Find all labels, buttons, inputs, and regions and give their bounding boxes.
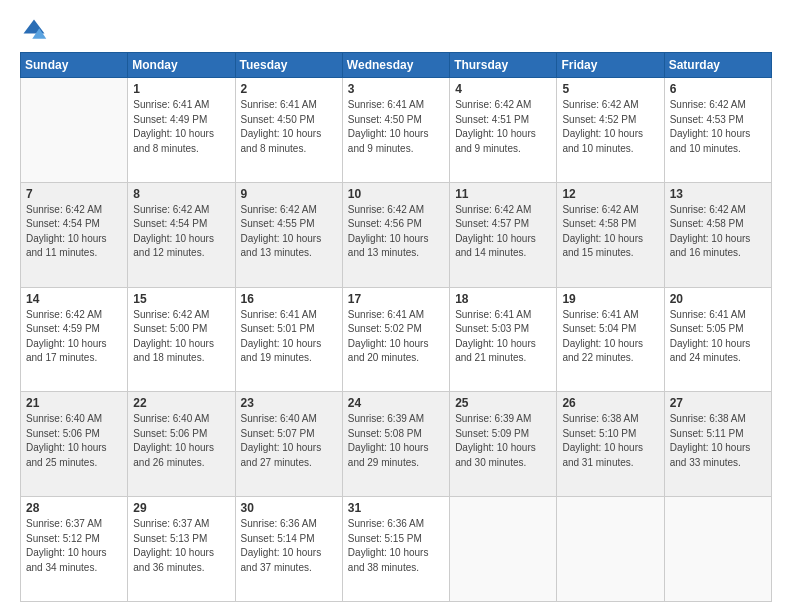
calendar-cell: 3Sunrise: 6:41 AMSunset: 4:50 PMDaylight…: [342, 78, 449, 183]
calendar-cell: 7Sunrise: 6:42 AMSunset: 4:54 PMDaylight…: [21, 182, 128, 287]
day-info: Sunrise: 6:41 AMSunset: 4:50 PMDaylight:…: [241, 98, 337, 156]
day-info: Sunrise: 6:40 AMSunset: 5:07 PMDaylight:…: [241, 412, 337, 470]
day-info: Sunrise: 6:41 AMSunset: 4:50 PMDaylight:…: [348, 98, 444, 156]
day-number: 13: [670, 187, 766, 201]
day-info: Sunrise: 6:37 AMSunset: 5:12 PMDaylight:…: [26, 517, 122, 575]
day-number: 9: [241, 187, 337, 201]
calendar-cell: 13Sunrise: 6:42 AMSunset: 4:58 PMDayligh…: [664, 182, 771, 287]
calendar-cell: 5Sunrise: 6:42 AMSunset: 4:52 PMDaylight…: [557, 78, 664, 183]
calendar-cell: 8Sunrise: 6:42 AMSunset: 4:54 PMDaylight…: [128, 182, 235, 287]
weekday-header-tuesday: Tuesday: [235, 53, 342, 78]
day-number: 5: [562, 82, 658, 96]
day-number: 17: [348, 292, 444, 306]
day-number: 29: [133, 501, 229, 515]
day-info: Sunrise: 6:38 AMSunset: 5:10 PMDaylight:…: [562, 412, 658, 470]
calendar-cell: 23Sunrise: 6:40 AMSunset: 5:07 PMDayligh…: [235, 392, 342, 497]
day-info: Sunrise: 6:36 AMSunset: 5:14 PMDaylight:…: [241, 517, 337, 575]
day-info: Sunrise: 6:42 AMSunset: 5:00 PMDaylight:…: [133, 308, 229, 366]
weekday-header-monday: Monday: [128, 53, 235, 78]
calendar-cell: 16Sunrise: 6:41 AMSunset: 5:01 PMDayligh…: [235, 287, 342, 392]
calendar-cell: 14Sunrise: 6:42 AMSunset: 4:59 PMDayligh…: [21, 287, 128, 392]
day-info: Sunrise: 6:42 AMSunset: 4:51 PMDaylight:…: [455, 98, 551, 156]
calendar-cell: 12Sunrise: 6:42 AMSunset: 4:58 PMDayligh…: [557, 182, 664, 287]
day-number: 3: [348, 82, 444, 96]
day-info: Sunrise: 6:42 AMSunset: 4:54 PMDaylight:…: [133, 203, 229, 261]
day-number: 6: [670, 82, 766, 96]
day-number: 14: [26, 292, 122, 306]
day-info: Sunrise: 6:36 AMSunset: 5:15 PMDaylight:…: [348, 517, 444, 575]
day-number: 11: [455, 187, 551, 201]
day-info: Sunrise: 6:41 AMSunset: 5:04 PMDaylight:…: [562, 308, 658, 366]
calendar-cell: [557, 497, 664, 602]
calendar-cell: 2Sunrise: 6:41 AMSunset: 4:50 PMDaylight…: [235, 78, 342, 183]
week-row-5: 28Sunrise: 6:37 AMSunset: 5:12 PMDayligh…: [21, 497, 772, 602]
day-number: 2: [241, 82, 337, 96]
day-info: Sunrise: 6:42 AMSunset: 4:59 PMDaylight:…: [26, 308, 122, 366]
day-info: Sunrise: 6:42 AMSunset: 4:57 PMDaylight:…: [455, 203, 551, 261]
day-number: 12: [562, 187, 658, 201]
day-info: Sunrise: 6:42 AMSunset: 4:53 PMDaylight:…: [670, 98, 766, 156]
day-number: 4: [455, 82, 551, 96]
day-info: Sunrise: 6:37 AMSunset: 5:13 PMDaylight:…: [133, 517, 229, 575]
day-info: Sunrise: 6:42 AMSunset: 4:56 PMDaylight:…: [348, 203, 444, 261]
calendar-cell: 27Sunrise: 6:38 AMSunset: 5:11 PMDayligh…: [664, 392, 771, 497]
calendar-cell: 25Sunrise: 6:39 AMSunset: 5:09 PMDayligh…: [450, 392, 557, 497]
day-info: Sunrise: 6:42 AMSunset: 4:55 PMDaylight:…: [241, 203, 337, 261]
calendar-cell: 1Sunrise: 6:41 AMSunset: 4:49 PMDaylight…: [128, 78, 235, 183]
day-info: Sunrise: 6:41 AMSunset: 5:03 PMDaylight:…: [455, 308, 551, 366]
day-number: 1: [133, 82, 229, 96]
day-info: Sunrise: 6:40 AMSunset: 5:06 PMDaylight:…: [133, 412, 229, 470]
week-row-2: 7Sunrise: 6:42 AMSunset: 4:54 PMDaylight…: [21, 182, 772, 287]
day-info: Sunrise: 6:41 AMSunset: 4:49 PMDaylight:…: [133, 98, 229, 156]
day-number: 28: [26, 501, 122, 515]
week-row-3: 14Sunrise: 6:42 AMSunset: 4:59 PMDayligh…: [21, 287, 772, 392]
day-info: Sunrise: 6:42 AMSunset: 4:54 PMDaylight:…: [26, 203, 122, 261]
week-row-4: 21Sunrise: 6:40 AMSunset: 5:06 PMDayligh…: [21, 392, 772, 497]
day-number: 30: [241, 501, 337, 515]
calendar-cell: 31Sunrise: 6:36 AMSunset: 5:15 PMDayligh…: [342, 497, 449, 602]
day-number: 31: [348, 501, 444, 515]
calendar-cell: [21, 78, 128, 183]
calendar: SundayMondayTuesdayWednesdayThursdayFrid…: [20, 52, 772, 602]
calendar-cell: 21Sunrise: 6:40 AMSunset: 5:06 PMDayligh…: [21, 392, 128, 497]
calendar-cell: 4Sunrise: 6:42 AMSunset: 4:51 PMDaylight…: [450, 78, 557, 183]
page: SundayMondayTuesdayWednesdayThursdayFrid…: [0, 0, 792, 612]
day-number: 27: [670, 396, 766, 410]
calendar-cell: 17Sunrise: 6:41 AMSunset: 5:02 PMDayligh…: [342, 287, 449, 392]
day-info: Sunrise: 6:41 AMSunset: 5:05 PMDaylight:…: [670, 308, 766, 366]
day-number: 23: [241, 396, 337, 410]
day-info: Sunrise: 6:38 AMSunset: 5:11 PMDaylight:…: [670, 412, 766, 470]
calendar-cell: 10Sunrise: 6:42 AMSunset: 4:56 PMDayligh…: [342, 182, 449, 287]
day-info: Sunrise: 6:39 AMSunset: 5:08 PMDaylight:…: [348, 412, 444, 470]
day-number: 7: [26, 187, 122, 201]
calendar-cell: 20Sunrise: 6:41 AMSunset: 5:05 PMDayligh…: [664, 287, 771, 392]
calendar-cell: 9Sunrise: 6:42 AMSunset: 4:55 PMDaylight…: [235, 182, 342, 287]
calendar-cell: 30Sunrise: 6:36 AMSunset: 5:14 PMDayligh…: [235, 497, 342, 602]
weekday-header-wednesday: Wednesday: [342, 53, 449, 78]
day-number: 10: [348, 187, 444, 201]
calendar-cell: 28Sunrise: 6:37 AMSunset: 5:12 PMDayligh…: [21, 497, 128, 602]
day-info: Sunrise: 6:41 AMSunset: 5:01 PMDaylight:…: [241, 308, 337, 366]
day-number: 16: [241, 292, 337, 306]
day-number: 25: [455, 396, 551, 410]
day-info: Sunrise: 6:42 AMSunset: 4:52 PMDaylight:…: [562, 98, 658, 156]
day-number: 18: [455, 292, 551, 306]
day-number: 24: [348, 396, 444, 410]
calendar-cell: [664, 497, 771, 602]
calendar-cell: 29Sunrise: 6:37 AMSunset: 5:13 PMDayligh…: [128, 497, 235, 602]
weekday-header-saturday: Saturday: [664, 53, 771, 78]
calendar-cell: 24Sunrise: 6:39 AMSunset: 5:08 PMDayligh…: [342, 392, 449, 497]
day-number: 26: [562, 396, 658, 410]
calendar-cell: [450, 497, 557, 602]
day-info: Sunrise: 6:39 AMSunset: 5:09 PMDaylight:…: [455, 412, 551, 470]
day-info: Sunrise: 6:41 AMSunset: 5:02 PMDaylight:…: [348, 308, 444, 366]
calendar-cell: 22Sunrise: 6:40 AMSunset: 5:06 PMDayligh…: [128, 392, 235, 497]
day-number: 19: [562, 292, 658, 306]
header: [20, 16, 772, 44]
day-number: 15: [133, 292, 229, 306]
day-number: 8: [133, 187, 229, 201]
calendar-cell: 26Sunrise: 6:38 AMSunset: 5:10 PMDayligh…: [557, 392, 664, 497]
day-number: 22: [133, 396, 229, 410]
calendar-cell: 11Sunrise: 6:42 AMSunset: 4:57 PMDayligh…: [450, 182, 557, 287]
weekday-header-thursday: Thursday: [450, 53, 557, 78]
